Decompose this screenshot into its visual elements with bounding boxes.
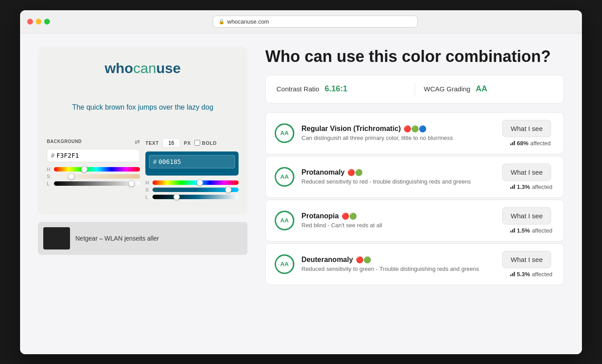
vision-name: Protanopia 🔴🟢 xyxy=(301,212,495,220)
bg-label: BACKGROUND ⇄ xyxy=(47,138,140,145)
stat-divider xyxy=(415,82,415,96)
sample-text: The quick brown fox jumps over the lazy … xyxy=(47,94,239,120)
affected-label: affected xyxy=(532,271,553,278)
maximize-button[interactable] xyxy=(44,19,50,25)
bg-hue-slider-row: H xyxy=(47,167,140,172)
lock-icon: 🔒 xyxy=(219,19,225,25)
bar-chart-icon xyxy=(510,272,515,276)
text-sat-slider[interactable] xyxy=(153,188,239,192)
vision-emoji: 🔴🟢 xyxy=(356,256,371,263)
text-color-box: # 006185 xyxy=(145,151,239,176)
what-i-see-button[interactable]: What I see xyxy=(502,164,551,181)
logo-can: can xyxy=(133,60,157,76)
traffic-lights xyxy=(27,19,50,25)
affected-label: affected xyxy=(532,184,553,190)
text-s-label: S xyxy=(145,187,150,192)
page-title: Who can use this color combination? xyxy=(265,47,564,66)
bg-hue-slider[interactable] xyxy=(54,167,140,172)
left-panel: whocanuse The quick brown fox jumps over… xyxy=(38,47,247,341)
affected-pct: 68% xyxy=(517,140,528,147)
vision-name: Regular Vision (Trichromatic) 🔴🟢🔵 xyxy=(301,125,495,133)
bold-check[interactable] xyxy=(194,140,200,146)
vision-item: AA Regular Vision (Trichromatic) 🔴🟢🔵 Can… xyxy=(265,112,564,154)
affected-stat: 1.5% affected xyxy=(510,227,555,234)
color-controls: BACKGROUND ⇄ # H xyxy=(47,138,239,201)
text-lit-slider[interactable] xyxy=(153,195,239,199)
vision-info: Protanomaly 🔴🟢 Reduced sensitivity to re… xyxy=(301,168,495,185)
bg-lit-slider[interactable] xyxy=(54,181,140,186)
bold-label: BOLD xyxy=(202,140,217,146)
vision-name: Protanomaly 🔴🟢 xyxy=(301,168,495,176)
text-color-input[interactable]: # 006185 xyxy=(149,155,235,168)
url-text: whocanuse.com xyxy=(227,18,269,25)
bg-l-label: L xyxy=(47,181,51,186)
contrast-label: Contrast Ratio xyxy=(276,85,319,93)
hash-sign: # xyxy=(51,152,54,159)
vision-desc: Reduced sensitivity to green - Trouble d… xyxy=(301,266,495,272)
logo: whocanuse xyxy=(105,60,181,76)
affected-stat: 5.3% affected xyxy=(510,271,555,278)
logo-who: who xyxy=(105,60,133,76)
browser-chrome: 🔒 whocanuse.com xyxy=(20,10,582,33)
what-i-see-button[interactable]: What I see xyxy=(502,120,551,137)
text-l-label: L xyxy=(145,194,150,200)
bg-sat-slider-row: S xyxy=(47,174,140,179)
right-panel: Who can use this color combination? Cont… xyxy=(265,47,564,341)
text-hex-value: 006185 xyxy=(158,158,181,165)
what-i-see-button[interactable]: What I see xyxy=(502,207,551,225)
vision-emoji: 🔴🟢 xyxy=(347,169,363,176)
wcag-value: AA xyxy=(476,84,487,94)
bg-h-label: H xyxy=(47,167,51,172)
vision-desc: Reduced sensitivity to red - trouble dis… xyxy=(301,178,495,185)
minimize-button[interactable] xyxy=(36,19,41,25)
bg-hex-input[interactable] xyxy=(56,152,92,159)
vision-item: AA Protanopia 🔴🟢 Red blind - Can't see r… xyxy=(265,200,564,241)
text-h-label: H xyxy=(145,180,150,185)
browser-window: 🔒 whocanuse.com whocanuse The quick brow… xyxy=(20,10,582,354)
what-i-see-button[interactable]: What I see xyxy=(502,251,551,268)
vision-list: AA Regular Vision (Trichromatic) 🔴🟢🔵 Can… xyxy=(265,112,564,285)
bg-sat-slider[interactable] xyxy=(54,174,140,179)
affected-pct: 1.5% xyxy=(517,227,530,234)
vision-item: AA Deuteranomaly 🔴🟢 Reduced sensitivity … xyxy=(265,243,564,285)
swap-button[interactable]: ⇄ xyxy=(135,138,140,145)
bar-chart-icon xyxy=(510,184,515,189)
text-controls-top: TEXT PX BOLD xyxy=(145,138,239,148)
aa-badge: AA xyxy=(275,123,294,143)
bottom-card: Netgear – WLAN jenseits aller xyxy=(38,222,247,255)
bottom-thumbnail xyxy=(43,227,70,249)
vision-desc: Can distinguish all three primary color,… xyxy=(301,135,495,141)
text-size-input[interactable] xyxy=(162,138,180,148)
vision-item: AA Protanomaly 🔴🟢 Reduced sensitivity to… xyxy=(265,156,564,198)
vision-emoji: 🔴🟢 xyxy=(342,213,357,220)
text-sat-slider-row: S xyxy=(145,187,239,192)
bar-chart-icon xyxy=(510,228,515,233)
wcag-label: WCAG Grading xyxy=(424,85,470,93)
stats-bar: Contrast Ratio 6.16:1 WCAG Grading AA xyxy=(265,75,564,103)
affected-pct: 1.3% xyxy=(517,184,530,190)
affected-stat: 68% affected xyxy=(510,140,555,147)
bg-control: BACKGROUND ⇄ # H xyxy=(47,138,140,201)
address-bar[interactable]: 🔒 whocanuse.com xyxy=(213,16,418,28)
text-hash-sign: # xyxy=(153,158,157,165)
logo-area: whocanuse xyxy=(47,60,239,77)
text-lit-slider-row: L xyxy=(145,194,239,200)
text-hue-slider[interactable] xyxy=(153,180,239,185)
bg-color-input[interactable]: # xyxy=(47,149,140,162)
logo-use: use xyxy=(156,60,181,76)
bar-chart-icon xyxy=(510,141,515,145)
contrast-stat: Contrast Ratio 6.16:1 xyxy=(276,84,406,94)
aa-badge: AA xyxy=(275,211,294,230)
browser-content: whocanuse The quick brown fox jumps over… xyxy=(20,33,582,354)
affected-label: affected xyxy=(532,227,553,234)
bg-s-label: S xyxy=(47,174,51,179)
preview-card: whocanuse The quick brown fox jumps over… xyxy=(38,47,247,215)
contrast-value: 6.16:1 xyxy=(325,84,347,94)
vision-info: Protanopia 🔴🟢 Red blind - Can't see reds… xyxy=(301,212,495,229)
bold-checkbox[interactable]: BOLD xyxy=(194,140,217,146)
affected-pct: 5.3% xyxy=(517,271,530,278)
vision-emoji: 🔴🟢🔵 xyxy=(404,125,426,132)
vision-desc: Red blind - Can't see reds at all xyxy=(301,222,495,229)
aa-badge: AA xyxy=(275,254,294,274)
close-button[interactable] xyxy=(27,19,33,25)
